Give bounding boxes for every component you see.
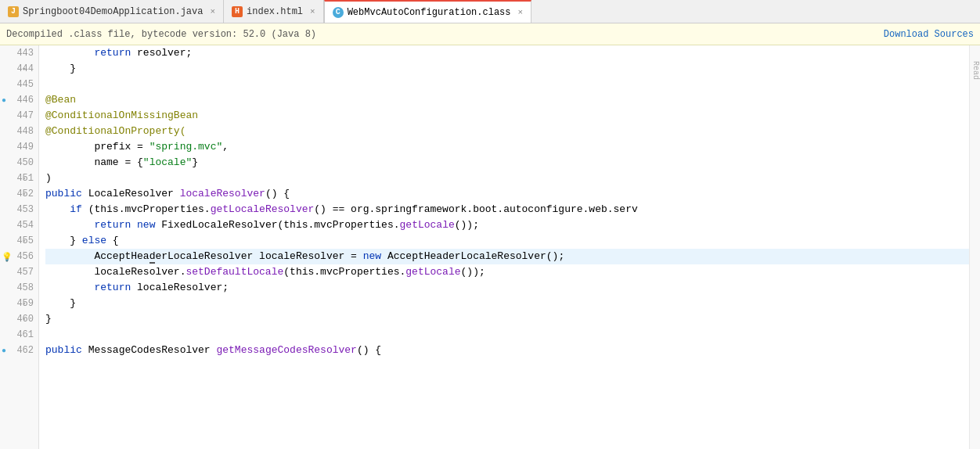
line-number: 449 bbox=[0, 139, 38, 155]
fold-icon: ▾ bbox=[22, 174, 26, 183]
gutter-icon: ● bbox=[2, 96, 6, 105]
code-line: prefix = "spring.mvc", bbox=[45, 139, 969, 155]
gutter-icon: ● bbox=[2, 347, 6, 355]
line-number: 461 bbox=[0, 327, 38, 343]
tab-class-close[interactable]: × bbox=[518, 8, 524, 17]
class-icon: C bbox=[333, 7, 344, 18]
code-line: @Bean bbox=[45, 92, 969, 108]
code-line: return new FixedLocaleResolver(this.mvcP… bbox=[45, 217, 969, 233]
code-line: } bbox=[45, 311, 969, 327]
line-number: 451▾ bbox=[0, 171, 38, 186]
fold-icon: ▾ bbox=[22, 190, 26, 199]
code-line: return localeResolver; bbox=[45, 280, 969, 296]
line-numbers: 443444▾445●446447448449450451▾452▾453454… bbox=[0, 45, 39, 449]
code-line: AcceptHeaderLocaleResolver localeResolve… bbox=[45, 249, 969, 264]
fold-icon: ▾ bbox=[22, 65, 26, 74]
code-line: if (this.mvcProperties.getLocaleResolver… bbox=[45, 202, 969, 217]
line-number: 💡456 bbox=[0, 249, 38, 264]
code-line: } bbox=[45, 61, 969, 77]
line-number: 445 bbox=[0, 77, 38, 92]
line-number: 450 bbox=[0, 155, 38, 171]
code-line: public LocaleResolver localeResolver() { bbox=[45, 186, 969, 202]
tab-java[interactable]: J Springboot04DemoApplication.java × bbox=[0, 0, 224, 23]
decompiled-message: Decompiled .class file, bytecode version… bbox=[6, 29, 316, 40]
code-line: public MessageCodesResolver getMessageCo… bbox=[45, 343, 969, 358]
code-area: 443444▾445●446447448449450451▾452▾453454… bbox=[0, 45, 980, 449]
line-number: 447 bbox=[0, 108, 38, 124]
tab-java-label: Springboot04DemoApplication.java bbox=[23, 6, 203, 17]
tab-html-label: index.html bbox=[247, 6, 303, 17]
code-line: name = {"locale"} bbox=[45, 155, 969, 171]
fold-icon: ▾ bbox=[22, 237, 26, 246]
code-line: return resolver; bbox=[45, 45, 969, 61]
line-number: ●462 bbox=[0, 343, 38, 358]
line-number: 460▾ bbox=[0, 311, 38, 327]
line-number: 458 bbox=[0, 280, 38, 296]
line-number: ●446 bbox=[0, 92, 38, 108]
line-number: 457 bbox=[0, 264, 38, 280]
tab-bar: J Springboot04DemoApplication.java × H i… bbox=[0, 0, 980, 23]
html-icon: H bbox=[232, 6, 243, 17]
code-content: return resolver; }@Bean@ConditionalOnMis… bbox=[39, 45, 969, 449]
lightbulb-icon: 💡 bbox=[2, 252, 13, 262]
code-line: localeResolver.setDefaultLocale(this.mvc… bbox=[45, 264, 969, 280]
line-number: 459▾ bbox=[0, 296, 38, 311]
right-gutter: Read bbox=[969, 45, 980, 449]
code-line: } else { bbox=[45, 233, 969, 249]
code-line: ) bbox=[45, 171, 969, 186]
tab-class[interactable]: C WebMvcAutoConfiguration.class × bbox=[324, 0, 531, 23]
line-number: 455▾ bbox=[0, 233, 38, 249]
tab-java-close[interactable]: × bbox=[210, 7, 215, 16]
line-number: 444▾ bbox=[0, 61, 38, 77]
line-number: 443 bbox=[0, 45, 38, 61]
line-number: 454 bbox=[0, 217, 38, 233]
fold-icon: ▾ bbox=[22, 300, 26, 308]
java-icon: J bbox=[8, 6, 19, 17]
line-number: 448 bbox=[0, 124, 38, 139]
code-line: @ConditionalOnMissingBean bbox=[45, 108, 969, 124]
code-line bbox=[45, 77, 969, 92]
line-number: 453 bbox=[0, 202, 38, 217]
read-only-label: Read bbox=[971, 61, 980, 80]
tab-html-close[interactable]: × bbox=[310, 7, 315, 16]
tab-html[interactable]: H index.html × bbox=[224, 0, 324, 23]
download-sources-link[interactable]: Download Sources bbox=[884, 29, 974, 40]
tab-class-label: WebMvcAutoConfiguration.class bbox=[348, 7, 511, 18]
code-line: } bbox=[45, 296, 969, 311]
line-number: 452▾ bbox=[0, 186, 38, 202]
fold-icon: ▾ bbox=[22, 315, 26, 324]
info-bar: Decompiled .class file, bytecode version… bbox=[0, 23, 980, 45]
code-line bbox=[45, 327, 969, 343]
code-line: @ConditionalOnProperty( bbox=[45, 124, 969, 139]
